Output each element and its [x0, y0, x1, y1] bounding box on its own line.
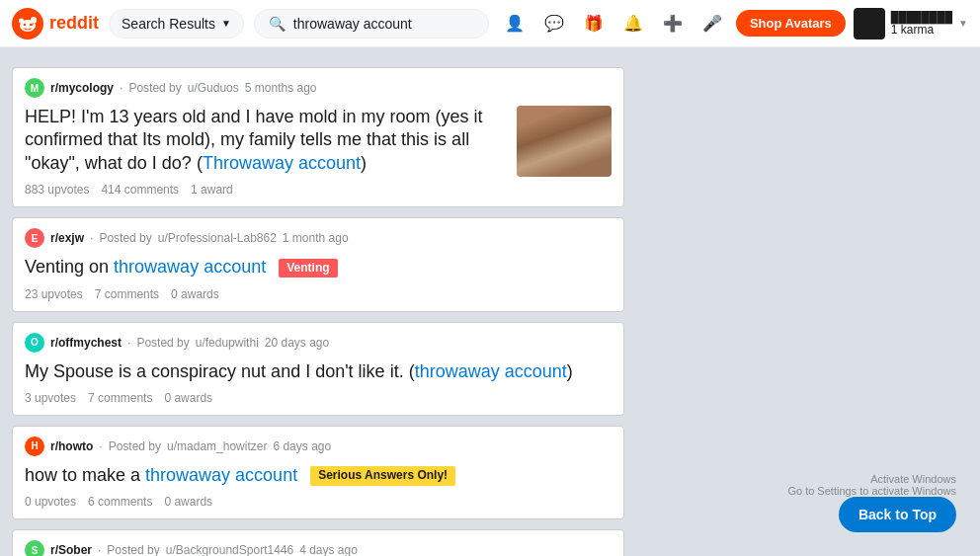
- subreddit-icon: E: [25, 228, 44, 248]
- awards-count: 0 awards: [164, 391, 212, 405]
- subreddit-name[interactable]: r/offmychest: [50, 336, 122, 350]
- time-ago: 4 days ago: [299, 543, 358, 556]
- author-name[interactable]: u/Guduos: [188, 81, 239, 95]
- time-ago: 5 months ago: [245, 81, 317, 95]
- post-stats: 0 upvotes 6 comments 0 awards: [25, 495, 612, 509]
- post-title[interactable]: Venting on throwaway account Venting: [25, 256, 612, 278]
- post-meta: S r/Sober · Posted by u/BackgroundSport1…: [25, 540, 612, 556]
- posted-by-label: Posted by: [99, 231, 151, 245]
- post-title[interactable]: how to make a throwaway account Serious …: [25, 464, 612, 487]
- nav-icons: 👤 💬 🎁 🔔 ➕ 🎤 Shop Avatars ████████ 1 karm…: [499, 8, 968, 40]
- add-icon[interactable]: ➕: [657, 8, 689, 40]
- post-text-area: HELP! I'm 13 years old and I have mold i…: [25, 106, 505, 183]
- highlight-span: throwaway account: [145, 465, 297, 485]
- post-title[interactable]: My Spouse is a conspiracy nut and I don'…: [25, 360, 612, 383]
- dot-separator: ·: [127, 336, 130, 350]
- awards-count: 1 award: [191, 183, 233, 197]
- search-input[interactable]: [293, 16, 474, 32]
- author-name[interactable]: u/Professional-Lab862: [158, 231, 277, 245]
- post-card: H r/howto · Posted by u/madam_howitzer 6…: [12, 426, 624, 519]
- svg-point-2: [24, 23, 26, 25]
- author-name[interactable]: u/BackgroundSport1446: [166, 543, 293, 556]
- post-meta: O r/offmychest · Posted by u/fedupwithi …: [25, 333, 612, 353]
- awards-count: 0 awards: [164, 495, 212, 509]
- karma-count: 1 karma: [891, 23, 952, 37]
- post-card: S r/Sober · Posted by u/BackgroundSport1…: [12, 529, 624, 556]
- subreddit-name[interactable]: r/exjw: [50, 231, 84, 245]
- username: ████████: [891, 11, 952, 23]
- comments-count[interactable]: 6 comments: [88, 495, 152, 509]
- author-name[interactable]: u/fedupwithi: [196, 336, 259, 350]
- svg-point-6: [19, 18, 24, 23]
- upvotes: 0 upvotes: [25, 495, 76, 509]
- dot-separator: ·: [120, 81, 122, 95]
- posted-by-label: Posted by: [136, 336, 189, 350]
- post-thumbnail: [517, 106, 612, 177]
- post-meta: M r/mycology · Posted by u/Guduos 5 mont…: [25, 78, 612, 98]
- profile-icon[interactable]: 👤: [499, 8, 531, 40]
- karma-area[interactable]: ████████ 1 karma ▼: [854, 8, 968, 40]
- posted-by-label: Posted by: [107, 543, 159, 556]
- upvotes: 3 upvotes: [25, 391, 76, 405]
- post-card: O r/offmychest · Posted by u/fedupwithi …: [12, 322, 624, 416]
- topnav: reddit Search Results ▼ 🔍 👤 💬 🎁 🔔 ➕ 🎤 Sh…: [0, 0, 980, 47]
- posted-by-label: Posted by: [109, 439, 161, 453]
- post-meta: H r/howto · Posted by u/madam_howitzer 6…: [25, 437, 612, 456]
- post-content-row: HELP! I'm 13 years old and I have mold i…: [25, 106, 612, 183]
- watermark: Activate WindowsGo to Settings to activa…: [787, 473, 956, 497]
- comments-count[interactable]: 7 comments: [95, 287, 159, 301]
- svg-point-7: [32, 18, 37, 23]
- mic-icon[interactable]: 🎤: [696, 8, 728, 40]
- avatar: [854, 8, 885, 40]
- search-results-dropdown[interactable]: Search Results ▼: [109, 9, 244, 39]
- reddit-wordmark: reddit: [49, 13, 99, 34]
- post-stats: 3 upvotes 7 comments 0 awards: [25, 391, 612, 405]
- dot-separator: ·: [90, 231, 93, 245]
- notification-icon[interactable]: 🔔: [617, 8, 649, 40]
- back-to-top-button[interactable]: Back to Top: [839, 497, 956, 532]
- subreddit-icon: S: [25, 540, 44, 556]
- content-area: M r/mycology · Posted by u/Guduos 5 mont…: [12, 67, 624, 556]
- subreddit-name[interactable]: r/howto: [50, 439, 93, 453]
- highlight-span: throwaway account: [415, 361, 567, 381]
- shop-avatars-button[interactable]: Shop Avatars: [736, 10, 846, 37]
- upvotes: 883 upvotes: [25, 183, 89, 197]
- flair-badge: Serious Answers Only!: [310, 466, 455, 486]
- time-ago: 20 days ago: [265, 336, 329, 350]
- awards-count: 0 awards: [171, 287, 219, 301]
- reddit-logo-icon: [12, 8, 43, 40]
- subreddit-icon: H: [25, 437, 44, 456]
- search-results-label: Search Results: [122, 16, 215, 32]
- chat-icon[interactable]: 💬: [538, 8, 570, 40]
- chevron-down-icon: ▼: [221, 18, 231, 29]
- logo-area[interactable]: reddit: [12, 8, 99, 40]
- search-icon: 🔍: [269, 16, 286, 32]
- posted-by-label: Posted by: [128, 81, 181, 95]
- time-ago: 1 month ago: [283, 231, 349, 245]
- subreddit-icon: O: [25, 333, 44, 353]
- author-name[interactable]: u/madam_howitzer: [167, 439, 267, 453]
- nav-chevron-down-icon: ▼: [958, 18, 968, 29]
- post-stats: 883 upvotes 414 comments 1 award: [25, 183, 612, 197]
- search-box[interactable]: 🔍: [254, 9, 489, 39]
- highlight-span: throwaway account: [114, 257, 266, 277]
- subreddit-icon: M: [25, 78, 44, 98]
- dot-separator: ·: [98, 543, 101, 556]
- post-card: E r/exjw · Posted by u/Professional-Lab8…: [12, 217, 624, 311]
- flair-badge: Venting: [279, 259, 337, 278]
- post-stats: 23 upvotes 7 comments 0 awards: [25, 287, 612, 301]
- subreddit-name[interactable]: r/Sober: [50, 543, 92, 556]
- upvotes: 23 upvotes: [25, 287, 83, 301]
- dot-separator: ·: [99, 439, 102, 453]
- post-title[interactable]: HELP! I'm 13 years old and I have mold i…: [25, 106, 505, 175]
- subreddit-name[interactable]: r/mycology: [50, 81, 114, 95]
- time-ago: 6 days ago: [273, 439, 331, 453]
- post-meta: E r/exjw · Posted by u/Professional-Lab8…: [25, 228, 612, 248]
- comments-count[interactable]: 414 comments: [101, 183, 179, 197]
- gift-icon[interactable]: 🎁: [578, 8, 610, 40]
- highlight-span: Throwaway account: [203, 153, 361, 173]
- comments-count[interactable]: 7 comments: [88, 391, 152, 405]
- post-card: M r/mycology · Posted by u/Guduos 5 mont…: [12, 67, 624, 207]
